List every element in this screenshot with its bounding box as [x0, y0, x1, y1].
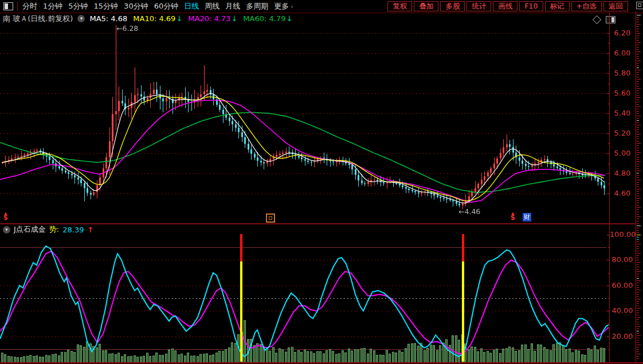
period-tabs: 分时1分钟5分钟15分钟30分钟60分钟日线周线月线多周期更多› [22, 0, 293, 13]
period-tab-1[interactable]: 分时 [22, 1, 37, 11]
period-tab-4[interactable]: 15分钟 [94, 1, 119, 11]
toolbar-button-5[interactable]: 画线 [493, 1, 517, 11]
price-axis-label-1: 6.20 [610, 29, 635, 37]
notice-event-marker-icon[interactable] [266, 213, 275, 223]
toolbar-button-7[interactable]: 标记 [545, 1, 570, 11]
price-axis-label-5: 5.40 [610, 109, 635, 117]
period-tab-7[interactable]: 日线 [184, 1, 199, 11]
indicator-axis-label-1: 100.00 [610, 230, 635, 239]
period-tab-10[interactable]: 多周期 [246, 1, 268, 11]
panel-toggle-icon[interactable] [606, 16, 615, 23]
ma-legend: MA5: 4.68MA10: 4.69↓MA20: 4.73↓MA60: 4.7… [89, 14, 298, 23]
panel-divider [0, 223, 636, 224]
period-tab-8[interactable]: 周线 [205, 1, 219, 11]
layout-toggle-icon[interactable] [3, 2, 13, 10]
low-price-annotation: ←4.46 [458, 207, 480, 216]
ma-legend-item-4: MA60: 4.79↓ [243, 14, 292, 23]
indicator-axis-label-5: 20.00 [610, 332, 635, 341]
price-axis-label-6: 5.20 [610, 129, 635, 137]
ma-legend-item-1: MA5: 4.68 [89, 14, 127, 23]
indicator-header: ▾ J点石成金 势: 28.39 ↑ [3, 225, 93, 234]
chevron-right-icon: › [291, 3, 293, 10]
title-right-icons [594, 16, 615, 23]
collapse-chevron-icon[interactable]: ▾ [77, 15, 85, 22]
toolbar-button-3[interactable]: 多股 [440, 1, 465, 11]
toolbar-button-9[interactable]: 返回 [603, 1, 628, 11]
finance-report-marker[interactable]: 财 [523, 213, 531, 221]
price-axis-label-8: 4.80 [610, 169, 635, 177]
price-axis-label-7: 5.00 [610, 149, 635, 157]
page-title: 南 玻Ａ(日线.前复权) [3, 14, 73, 24]
oscillator-chart[interactable] [0, 234, 609, 362]
down-arrow-icon: ↓ [176, 14, 182, 23]
ma-legend-item-2: MA10: 4.69↓ [133, 14, 182, 23]
indicator-axis-label-3: 60.00 [610, 281, 635, 290]
toolbar-buttons: 复权叠加多股统计画线F10标记+自选返回 [387, 1, 628, 11]
high-price-annotation: ←6.28 [116, 24, 138, 33]
indicator-param-value: 28.39 [62, 225, 84, 234]
period-tab-5[interactable]: 30分钟 [124, 1, 148, 11]
top-menu-bar: 分时1分钟5分钟15分钟30分钟60分钟日线周线月线多周期更多› 复权叠加多股统… [0, 0, 643, 13]
period-tab-6[interactable]: 60分钟 [154, 1, 179, 11]
price-axis-label-4: 5.60 [610, 89, 635, 97]
toolbar-button-2[interactable]: 叠加 [414, 1, 438, 11]
corner-window-icon[interactable] [636, 2, 643, 9]
trading-terminal-window: 分时1分钟5分钟15分钟30分钟60分钟日线周线月线多周期更多› 复权叠加多股统… [0, 0, 643, 364]
dollar-event-marker[interactable]: ▲$ [509, 212, 516, 220]
indicator-param-label: 势: [49, 224, 59, 235]
price-axis-label-9: 4.60 [610, 189, 635, 197]
main-candlestick-chart[interactable] [0, 24, 609, 223]
trend-up-arrow: ↑ [87, 225, 93, 234]
right-ruler-strip[interactable] [636, 0, 643, 364]
toolbar-button-6[interactable]: F10 [519, 1, 543, 11]
window-bottom-border [0, 362, 643, 363]
toolbar-button-1[interactable]: 复权 [387, 1, 412, 11]
menu-separator [17, 1, 18, 11]
indicator-axis-label-2: 80.00 [610, 255, 635, 264]
collapse-chevron-icon[interactable]: ▾ [3, 226, 10, 234]
period-tab-3[interactable]: 5分钟 [68, 1, 88, 11]
down-arrow-icon: ↓ [286, 14, 292, 23]
dollar-event-marker[interactable]: ▲$ [2, 212, 9, 220]
period-tab-2[interactable]: 1分钟 [43, 1, 62, 11]
diamond-icon[interactable] [593, 15, 602, 25]
more-menu[interactable]: 更多› [274, 1, 293, 11]
period-tab-9[interactable]: 月线 [225, 1, 240, 11]
ma-legend-item-3: MA20: 4.73↓ [188, 14, 237, 23]
indicator-name: J点石成金 [14, 224, 46, 235]
down-arrow-icon: ↓ [231, 14, 237, 23]
price-axis-label-2: 6.00 [610, 49, 635, 57]
indicator-axis-label-4: 40.00 [610, 306, 635, 315]
chart-title-row: 南 玻Ａ(日线.前复权) ▾ MA5: 4.68MA10: 4.69↓MA20:… [3, 14, 298, 23]
price-axis-label-3: 5.80 [610, 69, 635, 77]
toolbar-button-4[interactable]: 统计 [466, 1, 491, 11]
toolbar-button-8[interactable]: +自选 [571, 1, 602, 11]
